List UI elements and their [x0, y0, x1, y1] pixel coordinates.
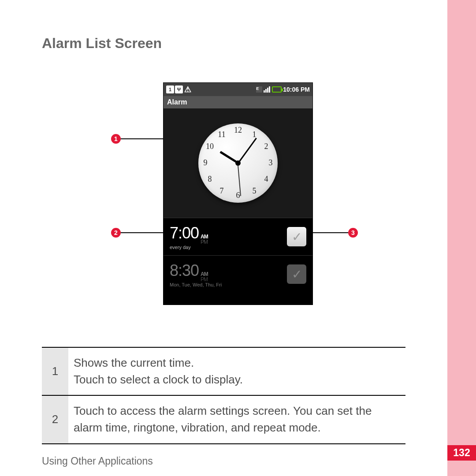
- clock-number: 5: [249, 186, 259, 196]
- clock-number: 11: [217, 130, 227, 140]
- clock-number: 2: [261, 142, 271, 152]
- data-icon: E: [256, 86, 262, 93]
- table-description: Touch to access the alarm settings scree…: [68, 395, 405, 443]
- alarm-time: 7:00AMPM: [170, 224, 287, 245]
- table-row: 2Touch to access the alarm settings scre…: [42, 395, 405, 443]
- table-index: 2: [42, 395, 68, 443]
- clock-number: 7: [217, 186, 227, 196]
- clock-number: 6: [233, 191, 243, 201]
- callout-3-dot: 3: [348, 228, 358, 238]
- table-index: 1: [42, 347, 68, 395]
- callout-2-line: [121, 232, 168, 233]
- alarm-days: every day: [170, 245, 287, 250]
- minute-hand: [238, 138, 257, 163]
- clock-number: 9: [201, 158, 210, 168]
- table-row: 1Shows the current time.Touch to select …: [42, 347, 405, 395]
- alarm-toggle[interactable]: ✓: [287, 227, 306, 246]
- phone-screenshot: 1 Ψ ⚠ E 10:06 PM Alarm 12123: [163, 82, 313, 305]
- alarm-time: 8:30AMPM: [170, 261, 287, 282]
- alarm-toggle[interactable]: ✓: [287, 264, 306, 284]
- document-page: Alarm List Screen 1 2 3 1 Ψ ⚠ E 10:06 PM: [0, 0, 447, 476]
- alarm-row[interactable]: 8:30AMPMMon, Tue, Wed, Thu, Fri✓: [164, 255, 312, 293]
- section-title: Alarm List Screen: [42, 35, 405, 52]
- table-description: Shows the current time.Touch to select a…: [68, 347, 405, 395]
- battery-icon: [272, 86, 282, 93]
- clock-display[interactable]: 121234567891011: [164, 108, 312, 218]
- alarm-info: 8:30AMPMMon, Tue, Wed, Thu, Fri: [170, 261, 287, 287]
- signal-icon: [264, 86, 271, 93]
- page-number: 132: [447, 445, 476, 461]
- chapter-footer: Using Other Applications: [42, 455, 153, 467]
- warning-icon: ⚠: [184, 86, 192, 93]
- alarm-days: Mon, Tue, Wed, Thu, Fri: [170, 282, 287, 287]
- callout-2-dot: 2: [111, 228, 121, 238]
- figure: 1 2 3 1 Ψ ⚠ E 10:06 PM Alarm: [42, 82, 405, 320]
- clock-number: 12: [233, 126, 243, 135]
- clock-number: 8: [205, 175, 215, 184]
- clock-face-icon: 121234567891011: [198, 123, 278, 203]
- alarm-list: 7:00AMPMevery day✓8:30AMPMMon, Tue, Wed,…: [164, 218, 312, 293]
- status-time: 10:06 PM: [283, 86, 310, 93]
- status-bar: 1 Ψ ⚠ E 10:06 PM: [164, 83, 312, 96]
- alarm-ampm: AMPM: [201, 234, 208, 245]
- clock-number: 10: [205, 142, 215, 152]
- alarm-row[interactable]: 7:00AMPMevery day✓: [164, 218, 312, 255]
- side-page-tab: [447, 0, 476, 476]
- clock-number: 4: [261, 175, 271, 184]
- clock-number: 1: [249, 130, 259, 140]
- alarm-ampm: AMPM: [201, 271, 208, 282]
- description-table: 1Shows the current time.Touch to select …: [42, 347, 405, 444]
- sim-icon: 1: [166, 86, 174, 93]
- app-title-bar: Alarm: [164, 96, 312, 108]
- alarm-info: 7:00AMPMevery day: [170, 224, 287, 250]
- clock-number: 3: [266, 158, 275, 168]
- usb-icon: Ψ: [175, 86, 183, 93]
- clock-hub: [235, 160, 241, 166]
- callout-1-dot: 1: [111, 134, 121, 144]
